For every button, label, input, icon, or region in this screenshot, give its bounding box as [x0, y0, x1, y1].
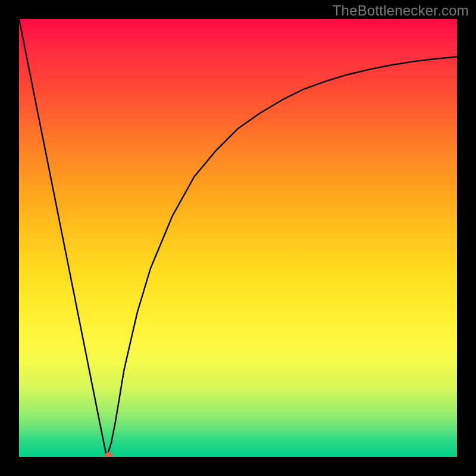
- bottleneck-curve: [19, 19, 457, 457]
- chart-frame: TheBottlenecker.com: [0, 0, 476, 476]
- plot-area: [19, 19, 457, 457]
- watermark-text: TheBottlenecker.com: [333, 2, 469, 19]
